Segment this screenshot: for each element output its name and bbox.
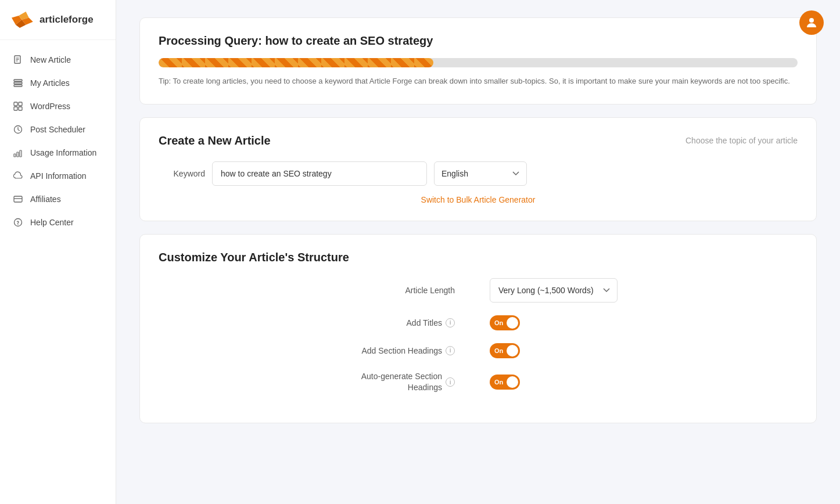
sidebar-item-label: Affiliates — [30, 195, 61, 204]
svg-rect-9 — [14, 82, 22, 84]
svg-rect-11 — [14, 102, 17, 106]
sidebar: articleforge New Article My Articles Wor… — [0, 0, 116, 504]
card-icon — [13, 194, 23, 204]
processing-card: Processing Query: how to create an SEO s… — [139, 17, 817, 105]
progress-bar-background — [159, 58, 798, 67]
sidebar-item-affiliates[interactable]: Affiliates — [0, 188, 116, 211]
auto-generate-label: Auto-generate Section Headings i — [339, 371, 455, 394]
article-length-select[interactable]: Short (~250 Words) Medium (~500 Words) L… — [490, 278, 618, 303]
logo: articleforge — [12, 10, 94, 29]
sidebar-item-usage-information[interactable]: Usage Information — [0, 141, 116, 164]
help-icon — [13, 217, 23, 228]
sidebar-item-my-articles[interactable]: My Articles — [0, 71, 116, 95]
add-titles-toggle[interactable]: On — [490, 315, 520, 330]
keyword-row: Keyword English Spanish French German It… — [159, 161, 798, 186]
customize-title: Customize Your Article's Structure — [159, 251, 798, 264]
chart-icon — [13, 147, 23, 158]
add-section-headings-info-icon[interactable]: i — [446, 346, 455, 355]
logo-area: articleforge — [0, 0, 116, 40]
avatar-area — [799, 10, 824, 35]
add-section-headings-toggle-wrap: On — [490, 343, 618, 358]
main-content: Processing Query: how to create an SEO s… — [116, 0, 840, 504]
customize-card: Customize Your Article's Structure Artic… — [139, 234, 817, 423]
add-titles-info-icon[interactable]: i — [446, 318, 455, 327]
logo-text: articleforge — [40, 14, 94, 26]
add-section-headings-label: Add Section Headings i — [339, 346, 455, 355]
add-titles-row: Add Titles i On — [159, 315, 798, 330]
add-section-headings-toggle[interactable]: On — [490, 343, 520, 358]
article-length-label: Article Length — [339, 286, 455, 295]
add-section-headings-row: Add Section Headings i On — [159, 343, 798, 358]
article-length-row: Article Length Short (~250 Words) Medium… — [159, 278, 798, 303]
svg-rect-12 — [19, 102, 22, 106]
sidebar-item-help-center[interactable]: Help Center — [0, 211, 116, 234]
sidebar-item-wordpress[interactable]: WordPress — [0, 95, 116, 118]
svg-rect-14 — [19, 107, 22, 110]
svg-rect-10 — [14, 85, 22, 87]
auto-generate-info-icon[interactable]: i — [446, 377, 455, 387]
cloud-icon — [13, 171, 23, 181]
sidebar-item-label: WordPress — [30, 102, 70, 111]
language-select[interactable]: English Spanish French German Italian Po… — [434, 161, 527, 186]
avatar[interactable] — [799, 10, 824, 35]
svg-rect-19 — [17, 152, 19, 157]
tip-text: Tip: To create long articles, you need t… — [159, 75, 798, 88]
create-article-card: Create a New Article Choose the topic of… — [139, 117, 817, 221]
sidebar-item-label: Post Scheduler — [30, 125, 85, 134]
logo-bird-icon — [12, 10, 36, 29]
svg-rect-21 — [14, 196, 22, 202]
sidebar-item-api-information[interactable]: API Information — [0, 164, 116, 188]
auto-generate-toggle[interactable]: On — [490, 375, 520, 390]
svg-point-24 — [17, 224, 18, 225]
grid-icon — [13, 101, 23, 111]
sidebar-item-label: Help Center — [30, 218, 74, 227]
svg-rect-18 — [14, 154, 16, 157]
bulk-link[interactable]: Switch to Bulk Article Generator — [159, 195, 798, 204]
auto-generate-row: Auto-generate Section Headings i On — [159, 371, 798, 394]
auto-generate-toggle-wrap: On — [490, 375, 618, 390]
create-article-header: Create a New Article Choose the topic of… — [159, 134, 798, 147]
file-icon — [13, 55, 23, 65]
create-article-subtitle: Choose the topic of your article — [685, 136, 798, 145]
create-article-title: Create a New Article — [159, 134, 271, 147]
keyword-label: Keyword — [159, 169, 205, 178]
svg-point-25 — [809, 18, 814, 23]
sidebar-item-label: API Information — [30, 171, 87, 181]
sidebar-item-label: New Article — [30, 55, 71, 64]
svg-rect-13 — [14, 107, 17, 110]
processing-title: Processing Query: how to create an SEO s… — [159, 34, 798, 48]
svg-rect-8 — [14, 80, 22, 81]
sidebar-item-label: Usage Information — [30, 148, 96, 157]
sidebar-item-label: My Articles — [30, 78, 70, 88]
nav-list: New Article My Articles WordPress Post S… — [0, 40, 116, 504]
add-titles-toggle-wrap: On — [490, 315, 618, 330]
clock-icon — [13, 124, 23, 135]
keyword-input[interactable] — [212, 161, 427, 186]
sidebar-item-new-article[interactable]: New Article — [0, 48, 116, 71]
list-icon — [13, 78, 23, 88]
add-titles-label: Add Titles i — [339, 318, 455, 327]
progress-bar-fill — [159, 58, 433, 67]
sidebar-item-post-scheduler[interactable]: Post Scheduler — [0, 118, 116, 141]
svg-point-23 — [15, 219, 22, 226]
svg-line-17 — [18, 130, 20, 131]
svg-rect-20 — [20, 150, 21, 157]
